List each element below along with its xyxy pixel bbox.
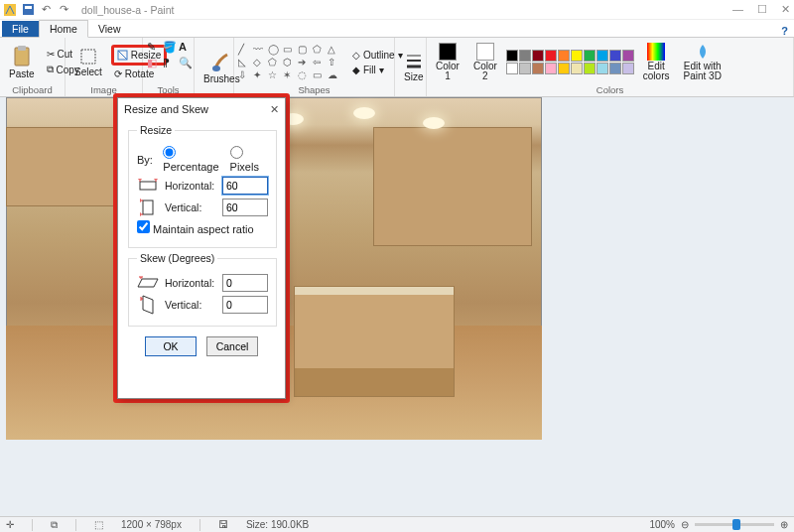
minimize-button[interactable]: —: [732, 3, 743, 16]
resize-h-label: Horizontal:: [165, 180, 216, 192]
tab-view[interactable]: View: [88, 21, 131, 37]
redo-icon[interactable]: ↷: [58, 4, 69, 16]
shape-line-icon[interactable]: ╱: [238, 44, 252, 56]
zoom-in-button[interactable]: ⊕: [780, 519, 788, 530]
color1-button[interactable]: Color 1: [431, 41, 464, 83]
skew-v-label: Vertical:: [165, 299, 216, 311]
fill-tool-icon[interactable]: 🪣: [163, 41, 177, 54]
maximize-button[interactable]: ☐: [757, 3, 767, 16]
skew-vertical-input[interactable]: [222, 296, 268, 314]
ribbon: Paste ✂Cut ⧉Copy Clipboard Select Resize…: [0, 38, 794, 97]
select-icon: [79, 48, 97, 66]
palette-swatch[interactable]: [519, 50, 531, 62]
palette-swatch[interactable]: [506, 63, 518, 74]
palette-swatch[interactable]: [532, 63, 544, 74]
dialog-titlebar[interactable]: Resize and Skew ✕: [118, 98, 285, 120]
group-colors-label: Colors: [431, 84, 789, 95]
shape-diamond-icon[interactable]: ◇: [253, 57, 267, 68]
title-bar: ↶ ↷ doll_house-a - Paint — ☐ ✕: [0, 0, 794, 20]
radio-pixels[interactable]: Pixels: [230, 146, 268, 173]
shape-curve-icon[interactable]: 〰: [253, 44, 267, 56]
shape-rectcallout-icon[interactable]: ▭: [313, 69, 327, 81]
paint3d-button[interactable]: Edit with Paint 3D: [679, 41, 727, 83]
shape-6star-icon[interactable]: ✶: [283, 69, 297, 81]
skew-horizontal-input[interactable]: [222, 274, 268, 292]
magnifier-tool-icon[interactable]: 🔍: [179, 57, 193, 69]
palette-swatch[interactable]: [584, 50, 596, 62]
edit-colors-button[interactable]: Edit colors: [638, 41, 675, 83]
palette-swatch[interactable]: [609, 63, 621, 74]
svg-rect-5: [81, 50, 95, 64]
zoom-out-button[interactable]: ⊖: [681, 519, 689, 530]
resize-icon: [117, 50, 128, 61]
svg-rect-11: [647, 43, 665, 61]
pencil-tool-icon[interactable]: ✎: [147, 41, 161, 54]
shape-cloud-icon[interactable]: ☁: [328, 69, 341, 81]
shape-downarrow-icon[interactable]: ⇩: [238, 69, 252, 81]
shape-hexagon-icon[interactable]: ⬡: [283, 57, 297, 68]
outline-icon: ◇: [352, 50, 360, 61]
resize-vertical-input[interactable]: [222, 199, 268, 216]
palette-swatch[interactable]: [571, 63, 583, 74]
maintain-aspect-checkbox[interactable]: Maintain aspect ratio: [137, 220, 254, 235]
color2-button[interactable]: Color 2: [468, 41, 502, 83]
palette-swatch[interactable]: [596, 50, 608, 62]
shape-4star-icon[interactable]: ✦: [253, 69, 267, 81]
help-icon[interactable]: ?: [781, 25, 788, 37]
palette-swatch[interactable]: [596, 63, 608, 74]
palette-swatch[interactable]: [545, 63, 557, 74]
shape-oval-icon[interactable]: ◯: [268, 44, 282, 56]
color-palette[interactable]: [506, 50, 634, 74]
palette-swatch[interactable]: [622, 50, 634, 62]
paint3d-icon: [694, 43, 712, 61]
palette-swatch[interactable]: [506, 50, 518, 62]
tab-bar: File Home View ?: [0, 20, 794, 38]
size-button[interactable]: Size: [399, 51, 428, 84]
shape-pentagon-icon[interactable]: ⬠: [268, 57, 282, 68]
shape-roundrect-icon[interactable]: ▢: [298, 44, 312, 56]
shape-roundcallout-icon[interactable]: ◌: [298, 69, 312, 81]
document-name: doll_house-a: [81, 4, 141, 16]
paste-button[interactable]: Paste: [4, 44, 40, 81]
shape-polygon-icon[interactable]: ⬠: [313, 44, 327, 56]
eyedropper-tool-icon[interactable]: ⁋: [163, 57, 177, 69]
quick-access-toolbar: ↶ ↷: [4, 4, 69, 16]
palette-swatch[interactable]: [622, 63, 634, 74]
shape-uparrow-icon[interactable]: ⇧: [328, 57, 341, 68]
ok-button[interactable]: OK: [145, 336, 197, 356]
palette-swatch[interactable]: [532, 50, 544, 62]
shape-righttri-icon[interactable]: ◺: [238, 57, 252, 68]
zoom-slider[interactable]: [695, 523, 774, 526]
palette-swatch[interactable]: [571, 50, 583, 62]
dialog-close-icon[interactable]: ✕: [270, 103, 279, 116]
resize-skew-dialog: Resize and Skew ✕ Resize By: Percentage …: [117, 97, 286, 399]
palette-swatch[interactable]: [519, 63, 531, 74]
shapes-gallery[interactable]: ╱〰◯▭▢⬠△ ◺◇⬠⬡➔⇦⇧ ⇩✦☆✶◌▭☁: [238, 44, 341, 81]
palette-swatch[interactable]: [558, 50, 570, 62]
select-button[interactable]: Select: [69, 46, 107, 79]
cancel-button[interactable]: Cancel: [206, 336, 258, 356]
shape-leftarrow-icon[interactable]: ⇦: [313, 57, 327, 68]
eraser-tool-icon[interactable]: ◧: [147, 57, 161, 69]
tab-home[interactable]: Home: [39, 20, 88, 38]
close-button[interactable]: ✕: [781, 3, 790, 16]
radio-percentage[interactable]: Percentage: [163, 146, 223, 173]
shape-5star-icon[interactable]: ☆: [268, 69, 282, 81]
status-bar: ✛ ⧉ ⬚ 1200 × 798px 🖫 Size: 190.0KB 100% …: [0, 516, 794, 532]
tab-file[interactable]: File: [2, 21, 39, 37]
shape-rect-icon[interactable]: ▭: [283, 44, 297, 56]
shape-triangle-icon[interactable]: △: [328, 44, 341, 56]
resize-horizontal-input[interactable]: [222, 177, 268, 195]
palette-swatch[interactable]: [558, 63, 570, 74]
palette-swatch[interactable]: [545, 50, 557, 62]
group-clipboard: Paste ✂Cut ⧉Copy Clipboard: [0, 38, 66, 96]
palette-swatch[interactable]: [609, 50, 621, 62]
group-brushes: Brushes: [195, 38, 234, 96]
shape-rightarrow-icon[interactable]: ➔: [298, 57, 312, 68]
palette-swatch[interactable]: [584, 63, 596, 74]
resize-v-label: Vertical:: [165, 201, 216, 213]
save-icon[interactable]: [22, 4, 34, 16]
photo-cabinets-left: [6, 127, 115, 206]
text-tool-icon[interactable]: A: [179, 41, 193, 53]
undo-icon[interactable]: ↶: [40, 4, 52, 16]
